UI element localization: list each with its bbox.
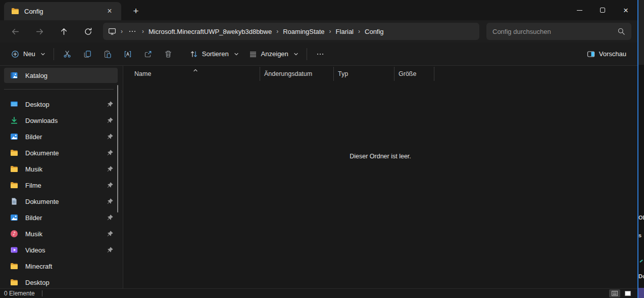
details-view-button[interactable] (609, 289, 620, 297)
sidebar-scrollbar[interactable] (117, 85, 118, 212)
cut-button[interactable] (57, 46, 77, 63)
sidebar-item[interactable]: Desktop (4, 97, 118, 112)
sidebar-item-label: Desktop (25, 101, 107, 108)
minimize-button[interactable] (568, 0, 591, 20)
sidebar-item[interactable]: Dokumente (4, 145, 118, 160)
close-button[interactable]: × (614, 0, 637, 20)
pictures-icon (10, 214, 18, 222)
svg-text:♪: ♪ (13, 231, 16, 236)
navigation-bar: › › Microsoft.MinecraftUWP_8wekyb3d8bbwe… (0, 20, 637, 42)
folder-icon (10, 278, 18, 286)
search-box[interactable] (486, 23, 631, 40)
maximize-icon (600, 8, 605, 13)
sidebar-item-label: Filme (25, 182, 107, 189)
share-button[interactable] (138, 46, 158, 63)
pin-icon (107, 198, 114, 205)
view-button[interactable]: Anzeigen (244, 46, 304, 63)
sidebar-home-group: Katalog (0, 66, 123, 83)
breadcrumb-chevron: › (276, 28, 278, 35)
new-plus-icon (11, 50, 19, 58)
folder-icon (10, 149, 18, 157)
chevron-down-icon (293, 52, 299, 57)
music-icon: ♪ (10, 230, 18, 238)
background-window-sliver: OI s Do (638, 0, 644, 298)
more-options-button[interactable] (310, 46, 330, 63)
explorer-tab[interactable]: Config × (4, 2, 121, 20)
sidebar-item[interactable]: ♪ Musik (4, 226, 118, 241)
background-accent-block (638, 288, 644, 298)
chevron-down-icon (40, 52, 45, 57)
pin-icon (107, 117, 114, 124)
preview-button[interactable]: Vorschau (582, 46, 631, 63)
address-bar[interactable]: › › Microsoft.MinecraftUWP_8wekyb3d8bbwe… (103, 23, 479, 40)
new-button[interactable]: Neu (6, 46, 51, 63)
item-count: 0 Elemente (4, 290, 35, 297)
breadcrumb-overflow-button[interactable] (127, 26, 137, 36)
column-headers: Name Änderungsdatum Typ Größe (123, 67, 637, 81)
rename-button[interactable] (118, 46, 138, 63)
paste-button[interactable] (97, 46, 118, 63)
breadcrumb-segment[interactable]: › Flarial (325, 28, 354, 35)
sidebar-item[interactable]: Bilder (4, 129, 118, 144)
forward-button[interactable] (30, 23, 48, 39)
toolbar-divider (54, 48, 54, 60)
sidebar-item[interactable]: Videos (4, 242, 118, 258)
videos-icon (10, 246, 18, 254)
sidebar-item[interactable]: Katalog (4, 68, 118, 83)
copy-icon (83, 50, 91, 58)
column-header[interactable]: Größe (394, 67, 434, 81)
column-header[interactable]: Typ (334, 67, 394, 81)
trash-icon (164, 50, 172, 58)
tab-close-icon[interactable]: × (103, 5, 116, 18)
search-icon[interactable] (617, 27, 625, 35)
screen: OI s Do Config × + × (0, 0, 644, 298)
sidebar-item[interactable]: Filme (4, 178, 118, 193)
breadcrumb-segment[interactable]: › Config (354, 28, 384, 35)
forward-arrow-icon (35, 27, 44, 36)
back-button[interactable] (6, 23, 24, 39)
titlebar: Config × + × (0, 0, 637, 20)
pin-icon (107, 246, 114, 253)
icons-view-button[interactable] (622, 289, 633, 297)
background-text-fragment: Do (638, 273, 644, 279)
sidebar-divider (4, 89, 114, 90)
refresh-button[interactable] (79, 23, 97, 39)
file-list-area[interactable]: Name Änderungsdatum Typ Größe (123, 66, 637, 288)
up-arrow-icon (60, 27, 68, 36)
sidebar-item-label: Musik (25, 230, 107, 238)
sidebar-item[interactable]: Dokumente (4, 194, 118, 209)
sort-button[interactable]: Sortieren (185, 46, 244, 63)
sort-ascending-icon[interactable] (193, 66, 198, 75)
pictures-icon (10, 133, 18, 141)
document-icon (10, 197, 18, 205)
sidebar-item[interactable]: Musik (4, 161, 118, 177)
copy-button[interactable] (77, 46, 97, 63)
delete-button[interactable] (158, 46, 178, 63)
sidebar-item[interactable]: Bilder (4, 210, 118, 225)
details-view-icon (612, 291, 618, 296)
pin-icon (107, 165, 114, 173)
cut-icon (63, 50, 71, 58)
back-arrow-icon (11, 27, 20, 36)
status-divider (42, 290, 42, 296)
background-mark (639, 260, 643, 263)
up-button[interactable] (55, 23, 73, 39)
sidebar-item[interactable]: Desktop (4, 275, 118, 288)
maximize-button[interactable] (591, 0, 614, 20)
monitor-icon[interactable] (108, 27, 116, 35)
pin-icon (107, 214, 114, 221)
breadcrumb-segment[interactable]: › RoamingState (272, 28, 324, 35)
sidebar-item[interactable]: Downloads (4, 113, 118, 128)
breadcrumb-chevron: › (358, 28, 360, 35)
search-input[interactable] (492, 28, 617, 35)
sidebar-item[interactable]: Minecraft (4, 259, 118, 274)
folder-icon (10, 262, 18, 270)
ellipsis-icon (128, 27, 136, 35)
new-button-label: Neu (23, 50, 35, 58)
breadcrumb-segment[interactable]: › Microsoft.MinecraftUWP_8wekyb3d8bbwe (137, 28, 272, 35)
sidebar-item-label: Bilder (25, 133, 107, 141)
paste-icon (104, 50, 112, 58)
column-header[interactable]: Änderungsdatum (260, 67, 334, 81)
tab-title: Config (24, 8, 103, 15)
new-tab-button[interactable]: + (128, 4, 143, 18)
